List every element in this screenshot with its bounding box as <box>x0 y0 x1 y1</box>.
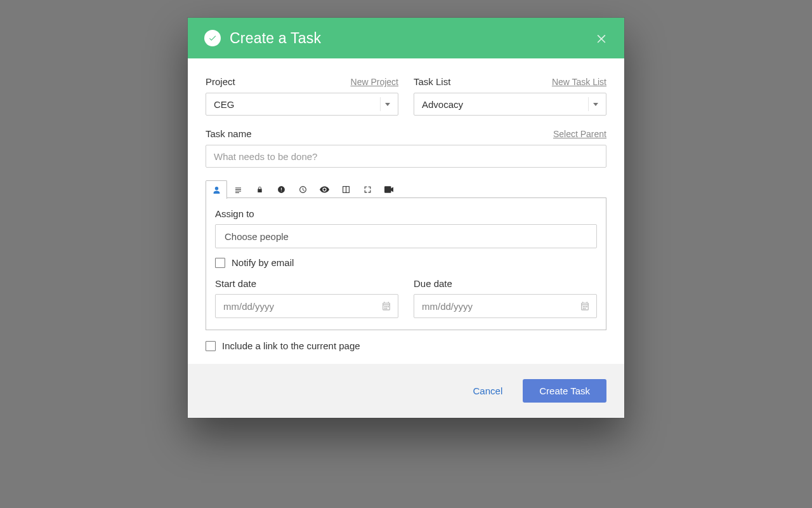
tab-expand[interactable] <box>357 180 378 198</box>
due-date-placeholder: mm/dd/yyyy <box>422 301 473 312</box>
tab-description[interactable] <box>227 180 249 198</box>
tab-followers[interactable] <box>313 180 335 198</box>
modal-header: Create a Task <box>188 18 624 58</box>
new-project-link[interactable]: New Project <box>351 77 398 87</box>
assignee-panel: Assign to Choose people Notify by email … <box>206 198 606 330</box>
tab-priority[interactable] <box>270 180 292 198</box>
start-date-placeholder: mm/dd/yyyy <box>223 301 274 312</box>
project-select[interactable]: CEG <box>206 93 398 116</box>
tab-assignee[interactable] <box>206 180 227 199</box>
create-task-button[interactable]: Create Task <box>523 379 606 403</box>
include-link-label: Include a link to the current page <box>222 340 360 351</box>
select-parent-link[interactable]: Select Parent <box>553 129 606 139</box>
include-link-checkbox[interactable] <box>206 341 216 351</box>
notify-email-label: Notify by email <box>232 257 294 268</box>
task-option-tabs <box>206 180 606 198</box>
modal-title: Create a Task <box>230 30 321 47</box>
calendar-icon <box>580 301 590 311</box>
tab-privacy[interactable] <box>249 180 270 198</box>
tab-video[interactable] <box>378 180 400 198</box>
due-date-label: Due date <box>414 278 597 289</box>
tasklist-label: Task List <box>414 76 450 87</box>
start-date-label: Start date <box>215 278 398 289</box>
check-circle-icon <box>204 30 221 46</box>
chevron-down-icon <box>380 97 394 111</box>
calendar-icon <box>381 301 391 311</box>
close-icon[interactable] <box>593 29 610 47</box>
modal-footer: Cancel Create Task <box>188 364 624 418</box>
project-select-value: CEG <box>214 99 235 110</box>
taskname-label: Task name <box>206 128 252 139</box>
assign-people-placeholder: Choose people <box>225 231 289 242</box>
new-tasklist-link[interactable]: New Task List <box>552 77 606 87</box>
assign-to-label: Assign to <box>215 208 597 219</box>
chevron-down-icon <box>588 97 602 111</box>
project-label: Project <box>206 76 235 87</box>
create-task-modal: Create a Task Project New Project CEG <box>188 18 624 418</box>
due-date-input[interactable]: mm/dd/yyyy <box>414 294 597 318</box>
start-date-input[interactable]: mm/dd/yyyy <box>215 294 398 318</box>
tasklist-select[interactable]: Advocacy <box>414 93 606 116</box>
cancel-button[interactable]: Cancel <box>473 385 503 396</box>
notify-email-checkbox[interactable] <box>215 258 225 268</box>
tasklist-select-value: Advocacy <box>422 99 463 110</box>
taskname-input[interactable] <box>214 151 586 162</box>
assign-people-select[interactable]: Choose people <box>215 224 597 248</box>
tab-columns[interactable] <box>335 180 357 198</box>
tab-time[interactable] <box>292 180 313 198</box>
taskname-input-wrapper <box>206 145 606 168</box>
